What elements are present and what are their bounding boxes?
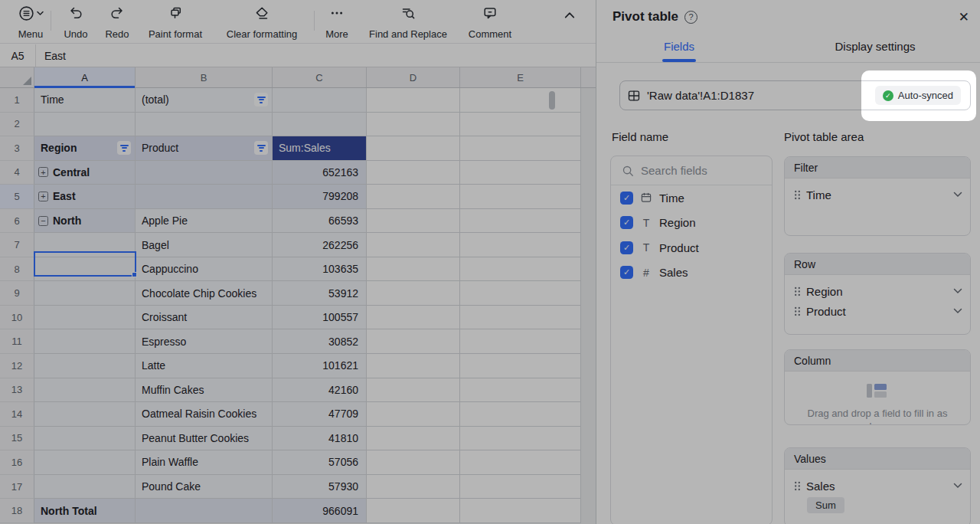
- cell-C18[interactable]: 966091: [273, 499, 367, 523]
- column-header-B[interactable]: B: [136, 67, 273, 87]
- cell-A5[interactable]: +East: [34, 185, 136, 209]
- cell-D16[interactable]: [367, 450, 460, 475]
- chevron-down-icon[interactable]: [953, 192, 962, 198]
- cell-B16[interactable]: Plain Waffle: [136, 450, 273, 475]
- filter-icon[interactable]: [254, 141, 268, 155]
- cell-A9[interactable]: [34, 281, 136, 306]
- field-item-sales[interactable]: ✓#Sales: [611, 260, 772, 286]
- cell-D15[interactable]: [367, 427, 460, 451]
- paint-format-button[interactable]: Paint format: [141, 5, 210, 40]
- cell-B2[interactable]: [136, 113, 273, 137]
- cell-B18[interactable]: [136, 499, 273, 523]
- cell-B8[interactable]: Cappuccino: [136, 257, 273, 282]
- cell-E6[interactable]: [460, 209, 581, 234]
- cell-B5[interactable]: [136, 185, 273, 209]
- cell-D6[interactable]: [367, 209, 460, 234]
- chevron-down-icon[interactable]: [953, 308, 962, 314]
- row-header-6[interactable]: 6: [0, 209, 34, 234]
- cell-C15[interactable]: 41810: [273, 427, 367, 451]
- cell-E13[interactable]: [460, 378, 581, 403]
- row-header-4[interactable]: 4: [0, 161, 34, 185]
- row-header-9[interactable]: 9: [0, 281, 34, 306]
- cell-E3[interactable]: [460, 136, 581, 161]
- filter-icon[interactable]: [254, 93, 268, 106]
- cell-D3[interactable]: [367, 136, 460, 161]
- collapse-icon[interactable]: −: [38, 216, 48, 226]
- column-header-A[interactable]: A: [34, 67, 136, 87]
- cell-C3[interactable]: Sum:Sales: [273, 136, 367, 161]
- column-header-D[interactable]: D: [367, 67, 460, 87]
- cell-E14[interactable]: [460, 402, 581, 427]
- expand-icon[interactable]: +: [38, 167, 48, 177]
- cell-C11[interactable]: 30852: [273, 329, 367, 354]
- row-header-7[interactable]: 7: [0, 233, 34, 257]
- comment-button[interactable]: Comment: [465, 5, 515, 40]
- checkbox-checked-icon[interactable]: ✓: [620, 266, 633, 279]
- field-item-region[interactable]: ✓TRegion: [611, 211, 772, 236]
- cell-name-box[interactable]: A5: [0, 44, 36, 67]
- cell-B13[interactable]: Muffin Cakes: [136, 378, 273, 403]
- area-field-region[interactable]: Region: [785, 281, 970, 301]
- cell-E16[interactable]: [460, 450, 581, 475]
- cell-C14[interactable]: 47709: [273, 402, 367, 427]
- cell-D4[interactable]: [367, 161, 460, 185]
- row-header-3[interactable]: 3: [0, 136, 34, 161]
- checkbox-checked-icon[interactable]: ✓: [620, 241, 633, 254]
- cell-E2[interactable]: [460, 113, 581, 137]
- find-replace-button[interactable]: Find and Replace: [365, 5, 451, 40]
- cell-C8[interactable]: 103635: [273, 257, 367, 282]
- cell-A12[interactable]: [34, 354, 136, 378]
- cell-B1[interactable]: (total): [136, 88, 273, 113]
- cell-B10[interactable]: Croissant: [136, 306, 273, 330]
- cell-B12[interactable]: Latte: [136, 354, 273, 378]
- cell-B6[interactable]: Apple Pie: [136, 209, 273, 234]
- cell-C2[interactable]: [273, 113, 367, 137]
- formula-input[interactable]: East: [36, 50, 66, 62]
- undo-button[interactable]: Undo: [58, 5, 93, 40]
- checkbox-checked-icon[interactable]: ✓: [620, 192, 633, 205]
- cell-E9[interactable]: [460, 281, 581, 306]
- cell-E1[interactable]: [460, 88, 581, 113]
- cell-E7[interactable]: [460, 233, 581, 257]
- cell-A6[interactable]: −North: [34, 209, 136, 234]
- cell-B4[interactable]: [136, 161, 273, 185]
- drag-handle-icon[interactable]: [794, 190, 801, 200]
- row-header-14[interactable]: 14: [0, 402, 34, 427]
- cell-C10[interactable]: 100557: [273, 306, 367, 330]
- cell-D18[interactable]: [367, 499, 460, 523]
- help-icon[interactable]: ?: [684, 11, 697, 24]
- chevron-down-icon[interactable]: [953, 288, 962, 294]
- select-all-corner[interactable]: [0, 67, 34, 87]
- cell-A7[interactable]: [34, 233, 136, 257]
- drag-handle-icon[interactable]: [794, 287, 801, 296]
- area-field-time[interactable]: Time: [785, 185, 970, 205]
- tab-display-settings[interactable]: Display settings: [835, 40, 915, 53]
- cell-A17[interactable]: [34, 475, 136, 499]
- cell-D12[interactable]: [367, 354, 460, 378]
- cell-D14[interactable]: [367, 402, 460, 427]
- chevron-down-icon[interactable]: [953, 483, 962, 489]
- cell-C9[interactable]: 53912: [273, 281, 367, 306]
- cell-E17[interactable]: [460, 475, 581, 499]
- more-button[interactable]: More: [319, 5, 354, 40]
- data-range-input[interactable]: 'Raw data'!A1:D1837 ✓ Auto-synced: [619, 80, 971, 110]
- drag-handle-icon[interactable]: [794, 481, 801, 491]
- cell-D2[interactable]: [367, 113, 460, 137]
- cell-A3[interactable]: Region: [34, 136, 136, 161]
- cell-E10[interactable]: [460, 306, 581, 330]
- cell-D17[interactable]: [367, 475, 460, 499]
- cell-A16[interactable]: [34, 450, 136, 475]
- row-header-13[interactable]: 13: [0, 378, 34, 403]
- row-header-15[interactable]: 15: [0, 427, 34, 451]
- row-header-8[interactable]: 8: [0, 257, 34, 282]
- cell-D13[interactable]: [367, 378, 460, 403]
- cell-E8[interactable]: [460, 257, 581, 282]
- row-header-18[interactable]: 18: [0, 499, 34, 523]
- cell-C4[interactable]: 652163: [273, 161, 367, 185]
- cell-D9[interactable]: [367, 281, 460, 306]
- close-icon[interactable]: ✕: [959, 10, 969, 25]
- tab-fields[interactable]: Fields: [664, 40, 694, 53]
- column-header-C[interactable]: C: [273, 67, 367, 87]
- vertical-scrollbar-thumb[interactable]: [549, 91, 555, 110]
- row-header-12[interactable]: 12: [0, 354, 34, 378]
